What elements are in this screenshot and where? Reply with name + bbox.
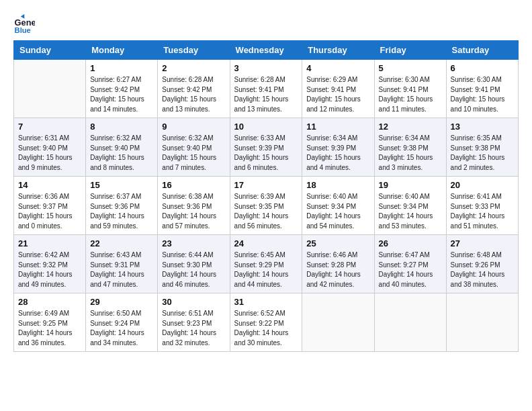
cell-info: Sunrise: 6:29 AM Sunset: 9:41 PM Dayligh… <box>306 75 369 114</box>
day-number: 26 <box>379 238 442 248</box>
cell-info: Sunrise: 6:30 AM Sunset: 9:41 PM Dayligh… <box>451 75 514 114</box>
cell-info: Sunrise: 6:30 AM Sunset: 9:41 PM Dayligh… <box>379 75 442 114</box>
weekday-header-row: SundayMondayTuesdayWednesdayThursdayFrid… <box>14 41 519 60</box>
calendar-cell: 3Sunrise: 6:28 AM Sunset: 9:41 PM Daylig… <box>230 60 302 118</box>
calendar-cell: 17Sunrise: 6:39 AM Sunset: 9:35 PM Dayli… <box>230 177 302 235</box>
cell-info: Sunrise: 6:36 AM Sunset: 9:37 PM Dayligh… <box>18 192 81 231</box>
calendar-table: SundayMondayTuesdayWednesdayThursdayFrid… <box>13 40 519 352</box>
cell-info: Sunrise: 6:27 AM Sunset: 9:42 PM Dayligh… <box>90 75 153 114</box>
cell-info: Sunrise: 6:32 AM Sunset: 9:40 PM Dayligh… <box>90 134 153 173</box>
cell-info: Sunrise: 6:49 AM Sunset: 9:25 PM Dayligh… <box>18 309 81 348</box>
logo-icon: General Blue <box>13 13 35 35</box>
cell-info: Sunrise: 6:28 AM Sunset: 9:42 PM Dayligh… <box>162 75 225 114</box>
day-number: 22 <box>90 238 153 248</box>
logo: General Blue <box>13 13 38 35</box>
day-number: 15 <box>90 180 153 190</box>
calendar-cell: 24Sunrise: 6:45 AM Sunset: 9:29 PM Dayli… <box>230 235 302 293</box>
day-number: 16 <box>162 180 225 190</box>
cell-info: Sunrise: 6:48 AM Sunset: 9:26 PM Dayligh… <box>451 250 514 289</box>
cell-info: Sunrise: 6:34 AM Sunset: 9:39 PM Dayligh… <box>306 134 369 173</box>
calendar-cell: 12Sunrise: 6:34 AM Sunset: 9:38 PM Dayli… <box>374 118 446 177</box>
day-number: 25 <box>306 238 369 248</box>
calendar-cell: 25Sunrise: 6:46 AM Sunset: 9:28 PM Dayli… <box>302 235 374 293</box>
day-number: 6 <box>451 63 514 73</box>
calendar-cell <box>14 60 86 118</box>
day-number: 10 <box>234 122 298 132</box>
cell-info: Sunrise: 6:45 AM Sunset: 9:29 PM Dayligh… <box>234 250 298 289</box>
cell-info: Sunrise: 6:41 AM Sunset: 9:33 PM Dayligh… <box>451 192 514 231</box>
day-number: 21 <box>18 238 81 248</box>
calendar-cell <box>374 293 446 352</box>
cell-info: Sunrise: 6:32 AM Sunset: 9:40 PM Dayligh… <box>162 134 225 173</box>
day-number: 28 <box>18 297 81 307</box>
week-row-2: 7Sunrise: 6:31 AM Sunset: 9:40 PM Daylig… <box>14 118 519 177</box>
cell-info: Sunrise: 6:50 AM Sunset: 9:24 PM Dayligh… <box>90 309 153 348</box>
day-number: 12 <box>379 122 442 132</box>
calendar-cell: 4Sunrise: 6:29 AM Sunset: 9:41 PM Daylig… <box>302 60 374 118</box>
calendar-cell: 10Sunrise: 6:33 AM Sunset: 9:39 PM Dayli… <box>230 118 302 177</box>
cell-info: Sunrise: 6:37 AM Sunset: 9:36 PM Dayligh… <box>90 192 153 231</box>
calendar-cell <box>446 293 518 352</box>
calendar-cell: 6Sunrise: 6:30 AM Sunset: 9:41 PM Daylig… <box>446 60 518 118</box>
week-row-3: 14Sunrise: 6:36 AM Sunset: 9:37 PM Dayli… <box>14 177 519 235</box>
calendar-cell: 27Sunrise: 6:48 AM Sunset: 9:26 PM Dayli… <box>446 235 518 293</box>
calendar-cell <box>302 293 374 352</box>
calendar-cell: 30Sunrise: 6:51 AM Sunset: 9:23 PM Dayli… <box>158 293 230 352</box>
day-number: 23 <box>162 238 225 248</box>
calendar-cell: 9Sunrise: 6:32 AM Sunset: 9:40 PM Daylig… <box>158 118 230 177</box>
weekday-header-saturday: Saturday <box>446 41 518 60</box>
calendar-cell: 26Sunrise: 6:47 AM Sunset: 9:27 PM Dayli… <box>374 235 446 293</box>
week-row-1: 1Sunrise: 6:27 AM Sunset: 9:42 PM Daylig… <box>14 60 519 118</box>
calendar-cell: 31Sunrise: 6:52 AM Sunset: 9:22 PM Dayli… <box>230 293 302 352</box>
cell-info: Sunrise: 6:33 AM Sunset: 9:39 PM Dayligh… <box>234 134 298 173</box>
cell-info: Sunrise: 6:35 AM Sunset: 9:38 PM Dayligh… <box>451 134 514 173</box>
day-number: 4 <box>306 63 369 73</box>
cell-info: Sunrise: 6:39 AM Sunset: 9:35 PM Dayligh… <box>234 192 298 231</box>
day-number: 14 <box>18 180 81 190</box>
day-number: 13 <box>451 122 514 132</box>
calendar-cell: 11Sunrise: 6:34 AM Sunset: 9:39 PM Dayli… <box>302 118 374 177</box>
cell-info: Sunrise: 6:31 AM Sunset: 9:40 PM Dayligh… <box>18 134 81 173</box>
calendar-cell: 19Sunrise: 6:40 AM Sunset: 9:34 PM Dayli… <box>374 177 446 235</box>
day-number: 11 <box>306 122 369 132</box>
cell-info: Sunrise: 6:46 AM Sunset: 9:28 PM Dayligh… <box>306 250 369 289</box>
cell-info: Sunrise: 6:47 AM Sunset: 9:27 PM Dayligh… <box>379 250 442 289</box>
cell-info: Sunrise: 6:40 AM Sunset: 9:34 PM Dayligh… <box>379 192 442 231</box>
week-row-5: 28Sunrise: 6:49 AM Sunset: 9:25 PM Dayli… <box>14 293 519 352</box>
calendar-cell: 16Sunrise: 6:38 AM Sunset: 9:36 PM Dayli… <box>158 177 230 235</box>
calendar-cell: 1Sunrise: 6:27 AM Sunset: 9:42 PM Daylig… <box>86 60 158 118</box>
calendar-cell: 21Sunrise: 6:42 AM Sunset: 9:32 PM Dayli… <box>14 235 86 293</box>
calendar-cell: 13Sunrise: 6:35 AM Sunset: 9:38 PM Dayli… <box>446 118 518 177</box>
day-number: 31 <box>234 297 298 307</box>
day-number: 20 <box>451 180 514 190</box>
day-number: 9 <box>162 122 225 132</box>
day-number: 2 <box>162 63 225 73</box>
day-number: 29 <box>90 297 153 307</box>
calendar-cell: 15Sunrise: 6:37 AM Sunset: 9:36 PM Dayli… <box>86 177 158 235</box>
cell-info: Sunrise: 6:40 AM Sunset: 9:34 PM Dayligh… <box>306 192 369 231</box>
page-header: General Blue <box>13 13 519 35</box>
weekday-header-tuesday: Tuesday <box>158 41 230 60</box>
cell-info: Sunrise: 6:42 AM Sunset: 9:32 PM Dayligh… <box>18 250 81 289</box>
cell-info: Sunrise: 6:28 AM Sunset: 9:41 PM Dayligh… <box>234 75 298 114</box>
cell-info: Sunrise: 6:34 AM Sunset: 9:38 PM Dayligh… <box>379 134 442 173</box>
weekday-header-friday: Friday <box>374 41 446 60</box>
day-number: 1 <box>90 63 153 73</box>
calendar-cell: 7Sunrise: 6:31 AM Sunset: 9:40 PM Daylig… <box>14 118 86 177</box>
cell-info: Sunrise: 6:44 AM Sunset: 9:30 PM Dayligh… <box>162 250 225 289</box>
day-number: 27 <box>451 238 514 248</box>
week-row-4: 21Sunrise: 6:42 AM Sunset: 9:32 PM Dayli… <box>14 235 519 293</box>
calendar-cell: 2Sunrise: 6:28 AM Sunset: 9:42 PM Daylig… <box>158 60 230 118</box>
day-number: 24 <box>234 238 298 248</box>
day-number: 3 <box>234 63 298 73</box>
day-number: 8 <box>90 122 153 132</box>
cell-info: Sunrise: 6:43 AM Sunset: 9:31 PM Dayligh… <box>90 250 153 289</box>
day-number: 17 <box>234 180 298 190</box>
day-number: 18 <box>306 180 369 190</box>
day-number: 5 <box>379 63 442 73</box>
weekday-header-monday: Monday <box>86 41 158 60</box>
calendar-cell: 14Sunrise: 6:36 AM Sunset: 9:37 PM Dayli… <box>14 177 86 235</box>
day-number: 19 <box>379 180 442 190</box>
cell-info: Sunrise: 6:38 AM Sunset: 9:36 PM Dayligh… <box>162 192 225 231</box>
cell-info: Sunrise: 6:51 AM Sunset: 9:23 PM Dayligh… <box>162 309 225 348</box>
